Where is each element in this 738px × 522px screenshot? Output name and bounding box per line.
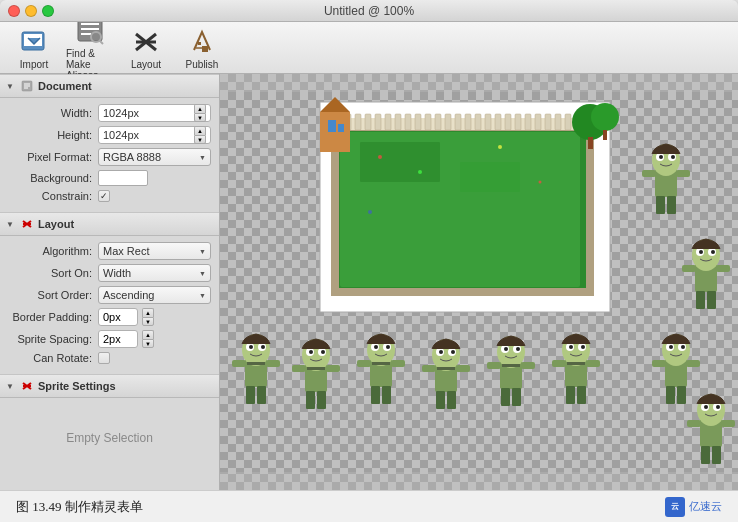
svg-rect-124 bbox=[487, 362, 501, 369]
titlebar: Untitled @ 100% bbox=[0, 0, 738, 22]
layout-section-body: Algorithm: Max Rect ▼ Sort On: Width ▼ bbox=[0, 236, 219, 374]
svg-point-98 bbox=[374, 345, 378, 349]
publish-button[interactable]: Publish bbox=[176, 22, 228, 74]
width-down[interactable]: ▼ bbox=[194, 113, 206, 122]
svg-rect-90 bbox=[317, 391, 326, 409]
border-padding-label: Border Padding: bbox=[8, 311, 98, 323]
svg-rect-122 bbox=[501, 388, 510, 406]
sprite-spacing-label: Sprite Spacing: bbox=[8, 333, 98, 345]
svg-rect-112 bbox=[447, 391, 456, 409]
sort-order-arrow: ▼ bbox=[199, 292, 206, 299]
layout-icon bbox=[130, 26, 162, 58]
algorithm-arrow: ▼ bbox=[199, 248, 206, 255]
svg-rect-100 bbox=[371, 386, 380, 404]
border-padding-up[interactable]: ▲ bbox=[142, 308, 154, 317]
svg-point-35 bbox=[498, 145, 502, 149]
border-padding-stepper[interactable]: ▲ ▼ bbox=[142, 308, 154, 326]
svg-rect-102 bbox=[357, 360, 371, 367]
svg-rect-134 bbox=[577, 386, 586, 404]
svg-point-34 bbox=[418, 170, 422, 174]
border-padding-input[interactable]: 0px bbox=[98, 308, 138, 326]
algorithm-label: Algorithm: bbox=[8, 245, 98, 257]
layout-section-title: Layout bbox=[38, 218, 74, 230]
svg-rect-155 bbox=[707, 291, 716, 309]
svg-rect-66 bbox=[328, 120, 336, 132]
svg-rect-78 bbox=[246, 386, 255, 404]
svg-rect-113 bbox=[422, 365, 436, 372]
sprite-spacing-down[interactable]: ▼ bbox=[142, 339, 154, 348]
svg-point-120 bbox=[504, 347, 508, 351]
sprite-settings-section-title: Sprite Settings bbox=[38, 380, 116, 392]
document-icon bbox=[20, 79, 34, 93]
svg-rect-49 bbox=[435, 114, 441, 130]
svg-rect-123 bbox=[512, 388, 521, 406]
import-button[interactable]: Import bbox=[8, 22, 60, 74]
caption-text: 图 13.49 制作精灵表单 bbox=[16, 498, 143, 516]
minimize-button[interactable] bbox=[25, 5, 37, 17]
close-button[interactable] bbox=[8, 5, 20, 17]
sprite-spacing-stepper[interactable]: ▲ ▼ bbox=[142, 330, 154, 348]
width-value: 1024px bbox=[103, 107, 192, 119]
svg-rect-93 bbox=[307, 367, 325, 370]
svg-rect-101 bbox=[382, 386, 391, 404]
svg-rect-62 bbox=[565, 114, 571, 130]
layout-button[interactable]: Layout bbox=[120, 22, 172, 74]
svg-rect-92 bbox=[326, 365, 340, 372]
height-down[interactable]: ▼ bbox=[194, 135, 206, 144]
width-stepper[interactable]: ▲ ▼ bbox=[194, 104, 206, 122]
svg-rect-164 bbox=[666, 386, 675, 404]
pixel-format-dropdown[interactable]: RGBA 8888 ▼ bbox=[98, 148, 211, 166]
svg-rect-67 bbox=[338, 124, 344, 132]
border-padding-down[interactable]: ▼ bbox=[142, 317, 154, 326]
can-rotate-checkbox[interactable] bbox=[98, 352, 110, 364]
traffic-lights bbox=[8, 5, 54, 17]
svg-rect-165 bbox=[677, 386, 686, 404]
svg-rect-175 bbox=[712, 446, 721, 464]
sprite-spacing-up[interactable]: ▲ bbox=[142, 330, 154, 339]
sort-on-dropdown[interactable]: Width ▼ bbox=[98, 264, 211, 282]
svg-rect-154 bbox=[696, 291, 705, 309]
border-padding-row: Border Padding: 0px ▲ ▼ bbox=[4, 308, 215, 326]
svg-rect-54 bbox=[485, 114, 491, 130]
document-section-header[interactable]: ▼ Document bbox=[0, 74, 219, 98]
can-rotate-wrapper bbox=[98, 352, 110, 364]
svg-rect-135 bbox=[552, 360, 566, 367]
canvas-area[interactable] bbox=[220, 74, 738, 490]
svg-point-121 bbox=[516, 347, 520, 351]
sprite-spacing-input[interactable]: 2px bbox=[98, 330, 138, 348]
background-color[interactable] bbox=[98, 170, 148, 186]
svg-rect-167 bbox=[652, 360, 666, 367]
svg-rect-114 bbox=[456, 365, 470, 372]
svg-point-143 bbox=[671, 155, 675, 159]
sort-on-row: Sort On: Width ▼ bbox=[4, 264, 215, 282]
constrain-checkbox[interactable]: ✓ bbox=[98, 190, 110, 202]
height-input[interactable]: 1024px ▲ ▼ bbox=[98, 126, 211, 144]
svg-rect-144 bbox=[656, 196, 665, 214]
sprite-settings-section-header[interactable]: ▼ Sprite Settings bbox=[0, 374, 219, 398]
svg-rect-81 bbox=[266, 360, 280, 367]
constrain-checkbox-wrapper: ✓ bbox=[98, 190, 110, 202]
maximize-button[interactable] bbox=[42, 5, 54, 17]
svg-rect-91 bbox=[292, 365, 306, 372]
main-content: ▼ Document Width: 1024px bbox=[0, 74, 738, 490]
svg-rect-59 bbox=[535, 114, 541, 130]
svg-rect-145 bbox=[667, 196, 676, 214]
svg-rect-42 bbox=[365, 114, 371, 130]
pixel-format-row: Pixel Format: RGBA 8888 ▼ bbox=[4, 148, 215, 166]
height-stepper[interactable]: ▲ ▼ bbox=[194, 126, 206, 144]
algorithm-dropdown[interactable]: Max Rect ▼ bbox=[98, 242, 211, 260]
height-up[interactable]: ▲ bbox=[194, 126, 206, 135]
document-section-title: Document bbox=[38, 80, 92, 92]
sort-order-dropdown[interactable]: Ascending ▼ bbox=[98, 286, 211, 304]
sort-order-value: Ascending bbox=[103, 289, 199, 301]
pixel-format-arrow: ▼ bbox=[199, 154, 206, 161]
sort-on-value: Width bbox=[103, 267, 199, 279]
svg-rect-157 bbox=[682, 265, 696, 272]
width-up[interactable]: ▲ bbox=[194, 104, 206, 113]
layout-section-header[interactable]: ▼ Layout bbox=[0, 212, 219, 236]
width-input[interactable]: 1024px ▲ ▼ bbox=[98, 104, 211, 122]
import-label: Import bbox=[20, 59, 48, 70]
svg-point-77 bbox=[261, 345, 265, 349]
svg-rect-176 bbox=[721, 420, 735, 427]
sort-on-arrow: ▼ bbox=[199, 270, 206, 277]
